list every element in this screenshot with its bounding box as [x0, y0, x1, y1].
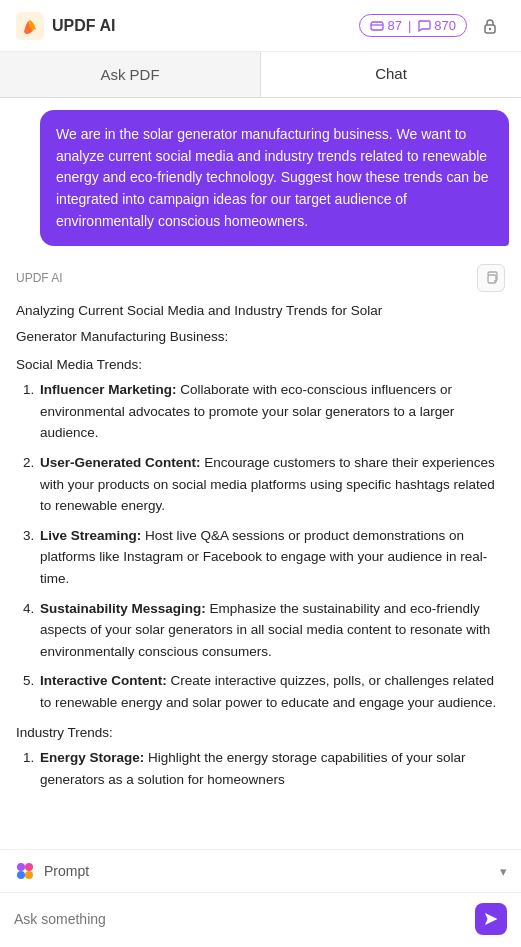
svg-point-9 [25, 871, 33, 879]
ai-sender-label: UPDF AI [16, 271, 63, 285]
header: UPDF AI 87 | 870 [0, 0, 521, 52]
list-item: User-Generated Content: Encourage custom… [38, 452, 505, 517]
tab-chat[interactable]: Chat [261, 52, 521, 97]
logo-area: UPDF AI [16, 12, 115, 40]
updf-logo-icon [16, 12, 44, 40]
prompt-bar[interactable]: Prompt ▾ [0, 850, 521, 893]
token-icon [370, 19, 384, 33]
ai-intro-line2: Generator Manufacturing Business: [16, 326, 505, 348]
chevron-down-icon[interactable]: ▾ [500, 864, 507, 879]
svg-point-7 [25, 863, 33, 871]
send-icon [483, 911, 499, 927]
token-count: 87 [387, 18, 401, 33]
list-item: Energy Storage: Highlight the energy sto… [38, 747, 505, 790]
lock-button[interactable] [475, 11, 505, 41]
ai-intro-line1: Analyzing Current Social Media and Indus… [16, 300, 505, 322]
svg-rect-5 [488, 275, 496, 283]
prompt-dots-icon [14, 860, 36, 882]
app-title: UPDF AI [52, 17, 115, 35]
tab-ask-pdf[interactable]: Ask PDF [0, 52, 261, 97]
token-section: 87 [370, 18, 401, 33]
ask-input[interactable] [14, 911, 467, 927]
header-actions: 87 | 870 [359, 11, 505, 41]
list-item: Sustainability Messaging: Emphasize the … [38, 598, 505, 663]
list-item: Interactive Content: Create interactive … [38, 670, 505, 713]
token-divider: | [408, 18, 411, 33]
prompt-label: Prompt [44, 863, 89, 879]
tab-bar: Ask PDF Chat [0, 52, 521, 98]
list-item: Live Streaming: Host live Q&A sessions o… [38, 525, 505, 590]
list-item: Influencer Marketing: Collaborate with e… [38, 379, 505, 444]
input-row [0, 893, 521, 947]
svg-point-8 [17, 871, 25, 879]
lock-icon [481, 17, 499, 35]
send-button[interactable] [475, 903, 507, 935]
svg-rect-1 [371, 22, 383, 30]
prompt-left: Prompt [14, 860, 89, 882]
message-section: 870 [417, 18, 456, 33]
bottom-area: Prompt ▾ [0, 849, 521, 947]
chat-area: We are in the solar generator manufactur… [0, 98, 521, 849]
industry-trends-label: Industry Trends: [16, 722, 505, 744]
copy-button[interactable] [477, 264, 505, 292]
social-media-label: Social Media Trends: [16, 354, 505, 376]
ai-response-content: Analyzing Current Social Media and Indus… [2, 296, 519, 812]
user-message: We are in the solar generator manufactur… [40, 110, 509, 246]
token-badge[interactable]: 87 | 870 [359, 14, 467, 37]
ai-response-container: UPDF AI Analyzing Current Social Media a… [0, 258, 521, 841]
social-media-list: Influencer Marketing: Collaborate with e… [16, 379, 505, 713]
copy-icon [484, 271, 498, 285]
ai-response-header: UPDF AI [2, 258, 519, 296]
svg-point-6 [17, 863, 25, 871]
message-icon [417, 19, 431, 33]
industry-trends-list: Energy Storage: Highlight the energy sto… [16, 747, 505, 790]
svg-point-4 [489, 27, 491, 29]
message-count: 870 [434, 18, 456, 33]
